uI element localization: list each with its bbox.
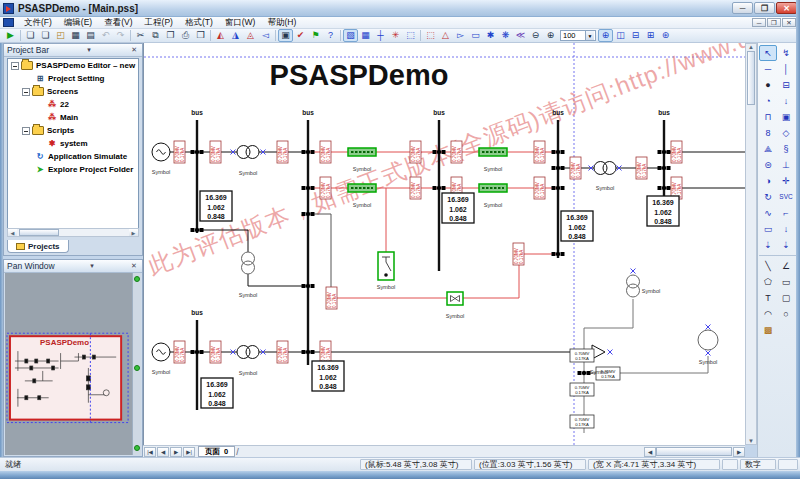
- scroll-up-arrow[interactable]: ▲: [746, 44, 756, 50]
- draw-line-tool[interactable]: ╲: [759, 258, 777, 274]
- tab-projects[interactable]: Projects: [7, 240, 69, 253]
- wires-red[interactable]: [308, 152, 558, 298]
- collapse-icon[interactable]: [11, 62, 19, 70]
- load-box-tool[interactable]: ▭: [759, 221, 777, 237]
- schematic-canvas[interactable]: 0.70MV 0.17kA 0.70MV 0.17KA 16.369 1.062…: [143, 43, 745, 445]
- zoom-area-button[interactable]: ▭: [468, 29, 483, 42]
- mdi-restore-button[interactable]: ❐: [767, 18, 781, 27]
- arrow-tool-c[interactable]: ⇣: [777, 237, 795, 253]
- collapse-icon[interactable]: [22, 88, 30, 96]
- selected-line-segment[interactable]: [479, 184, 507, 192]
- export-button[interactable]: ❒: [193, 29, 208, 42]
- junction-plus-tool[interactable]: ✛: [777, 173, 795, 189]
- draw-text-tool[interactable]: T: [759, 290, 777, 306]
- panel-close-icon[interactable]: ✕: [129, 46, 139, 54]
- capacitor-tool[interactable]: ◇: [777, 125, 795, 141]
- tree-item-scripts[interactable]: Scripts: [8, 124, 138, 137]
- draw-image-tool[interactable]: ▩: [759, 322, 777, 338]
- zoom-value-input[interactable]: [561, 31, 585, 40]
- vertical-line-tool[interactable]: │: [777, 61, 795, 77]
- previous-view-button[interactable]: ≪: [513, 29, 528, 42]
- pan-scrollbar[interactable]: [132, 273, 141, 455]
- ruler-button[interactable]: ┼: [373, 29, 388, 42]
- help-button[interactable]: ?: [323, 29, 338, 42]
- draw-roundrect-tool[interactable]: ▢: [777, 290, 795, 306]
- transformer-symbol[interactable]: [627, 275, 640, 297]
- transformer-symbol[interactable]: [237, 146, 259, 159]
- zoom-out-button[interactable]: ⊖: [528, 29, 543, 42]
- snap-button[interactable]: ✳: [388, 29, 403, 42]
- frame-button[interactable]: ⬚: [403, 29, 418, 42]
- tree-item-screen-main[interactable]: ⁂Main: [8, 111, 138, 124]
- panel-menu-icon[interactable]: ▾: [85, 46, 93, 54]
- pan-button[interactable]: ❋: [498, 29, 513, 42]
- transformer-symbol[interactable]: [242, 252, 255, 274]
- winding-tool[interactable]: 8: [759, 125, 777, 141]
- plot-button[interactable]: ▧: [343, 29, 358, 42]
- tree-item-screens[interactable]: Screens: [8, 85, 138, 98]
- polyline-link-tool[interactable]: ↯: [777, 45, 795, 61]
- verify-button[interactable]: ⚑: [308, 29, 323, 42]
- scroll-thumb[interactable]: [19, 229, 59, 236]
- redo-button[interactable]: ↷: [113, 29, 128, 42]
- draw-ellipse-tool[interactable]: ○: [777, 306, 795, 322]
- page-tab[interactable]: 页面 0: [198, 446, 235, 457]
- menu-format[interactable]: 格式(T): [179, 17, 219, 29]
- tree-item-project-setting[interactable]: ⊞Project Setting: [8, 72, 138, 85]
- selected-switch-symbol[interactable]: [378, 252, 394, 280]
- scroll-right-arrow[interactable]: ▶: [129, 229, 138, 236]
- maximize-button[interactable]: ❐: [754, 2, 775, 14]
- pan-miniature[interactable]: PSASPDemo: [5, 273, 132, 456]
- zoom-combobox[interactable]: ▼: [560, 30, 596, 41]
- next-page-button[interactable]: ▶: [170, 447, 182, 457]
- settings-button[interactable]: ✱: [483, 29, 498, 42]
- draw-polyline-tool[interactable]: ∠: [777, 258, 795, 274]
- transformer-symbol[interactable]: [237, 346, 259, 359]
- selected-line-segment[interactable]: [479, 148, 507, 156]
- scroll-marker-top[interactable]: [134, 276, 140, 282]
- pan-window-content[interactable]: PSASPDemo: [5, 273, 141, 455]
- menu-file[interactable]: 文件(F): [18, 17, 58, 29]
- transformer-box-tool[interactable]: ⊟: [777, 77, 795, 93]
- phase-shifter-tool[interactable]: ◑: [759, 173, 777, 189]
- save-all-button[interactable]: ▤: [83, 29, 98, 42]
- mdi-minimize-button[interactable]: ─: [752, 18, 766, 27]
- copy-button[interactable]: ⧉: [148, 29, 163, 42]
- marquee-button[interactable]: ⬚: [423, 29, 438, 42]
- switch-tool[interactable]: ⌐: [777, 205, 795, 221]
- bus-node-tool[interactable]: ●: [759, 77, 777, 93]
- draw-polygon-tool[interactable]: ⬠: [759, 274, 777, 290]
- open-button[interactable]: ◰: [53, 29, 68, 42]
- selected-line-segment[interactable]: [348, 148, 376, 156]
- fit-width-button[interactable]: ◫: [613, 29, 628, 42]
- condenser-tool[interactable]: ↻: [759, 189, 777, 205]
- paste-button[interactable]: ❐: [163, 29, 178, 42]
- draw-arc-tool[interactable]: ◠: [759, 306, 777, 322]
- scroll-right-arrow[interactable]: ▶: [733, 447, 745, 457]
- align-left-button[interactable]: ◭: [213, 29, 228, 42]
- check-button[interactable]: ✔: [293, 29, 308, 42]
- new-button[interactable]: ❏: [23, 29, 38, 42]
- minimize-button[interactable]: ─: [732, 2, 753, 14]
- triangle-button[interactable]: △: [438, 29, 453, 42]
- selected-breaker-symbol[interactable]: [447, 292, 463, 305]
- panel-close-icon[interactable]: ✕: [129, 262, 139, 270]
- generator-symbol[interactable]: [152, 343, 170, 361]
- arrow-tool-a[interactable]: ↓: [777, 221, 795, 237]
- align-right-button[interactable]: ◮: [228, 29, 243, 42]
- zoom-window-button[interactable]: ⊕: [598, 29, 613, 42]
- zoom-dynamic-button[interactable]: ⊛: [658, 29, 673, 42]
- pick-button[interactable]: ▻: [453, 29, 468, 42]
- transformer-symbol[interactable]: [594, 162, 616, 175]
- select-tool[interactable]: ↖: [759, 45, 777, 61]
- menu-window[interactable]: 窗口(W): [219, 17, 262, 29]
- scroll-marker-bottom[interactable]: [134, 445, 140, 451]
- ground-tool[interactable]: ⊥: [777, 157, 795, 173]
- save-button[interactable]: ▦: [68, 29, 83, 42]
- scroll-marker-middle[interactable]: [134, 365, 140, 371]
- fit-all-button[interactable]: ⊞: [643, 29, 658, 42]
- bus-value-box[interactable]: [200, 191, 232, 221]
- menu-help[interactable]: 帮助(H): [261, 17, 302, 29]
- condenser-symbol[interactable]: [698, 330, 718, 350]
- pan-page[interactable]: [10, 336, 121, 419]
